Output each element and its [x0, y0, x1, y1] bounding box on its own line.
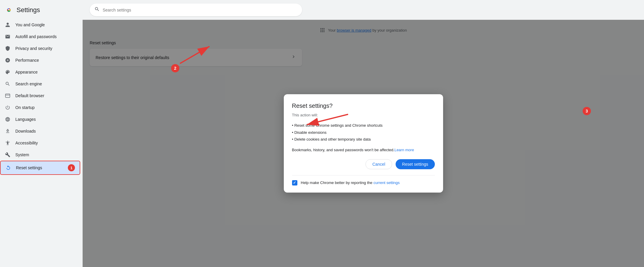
cancel-button[interactable]: Cancel — [366, 159, 392, 169]
sidebar-item-label: Accessibility — [15, 141, 38, 145]
svg-line-6 — [180, 46, 209, 64]
main-content: Your browser is managed by your organiza… — [83, 0, 644, 267]
person-icon — [5, 22, 11, 28]
sidebar-item-you-and-google[interactable]: You and Google — [0, 19, 80, 31]
report-checkbox-container: ✓ Help make Chrome better by reporting t… — [292, 180, 400, 185]
sidebar-item-label: On startup — [15, 105, 35, 110]
sidebar-item-label: Privacy and security — [15, 46, 52, 51]
sidebar-header: Settings — [0, 2, 83, 19]
sidebar-item-appearance[interactable]: Appearance — [0, 66, 80, 78]
sidebar-item-performance[interactable]: Performance — [0, 54, 80, 66]
sidebar-item-languages[interactable]: Languages — [0, 113, 80, 125]
dialog-bullet-1: • Reset some Chrome settings and Chrome … — [292, 122, 435, 129]
dialog-bullet-3: • Delete cookies and other temporary sit… — [292, 136, 435, 143]
sidebar-item-downloads[interactable]: Downloads — [0, 125, 80, 137]
dialog-bullet-2: • Disable extensions — [292, 129, 435, 136]
dialog-bullets: • Reset some Chrome settings and Chrome … — [292, 122, 435, 143]
report-checkbox[interactable]: ✓ — [292, 180, 297, 185]
content-area: Your browser is managed by your organiza… — [83, 20, 644, 267]
search-icon — [5, 81, 11, 87]
accessibility-icon — [5, 140, 11, 146]
sidebar-item-label: Autofill and passwords — [15, 34, 57, 39]
sidebar-item-label: Appearance — [15, 70, 38, 74]
sidebar-item-search-engine[interactable]: Search engine — [0, 78, 80, 90]
sidebar-item-label: You and Google — [15, 22, 45, 27]
sidebar-item-label: Downloads — [15, 129, 36, 134]
dialog-actions: Cancel Reset settings — [292, 159, 435, 169]
sidebar-item-label: Search engine — [15, 82, 42, 86]
dialog-subtitle: This action will: — [292, 113, 435, 117]
sidebar: Settings You and Google Autofill and pas… — [0, 0, 83, 267]
sidebar-item-default-browser[interactable]: Default browser — [0, 90, 80, 102]
search-bar — [90, 4, 302, 16]
search-bar-icon — [94, 6, 100, 13]
app-title: Settings — [17, 6, 40, 14]
sidebar-item-label: Performance — [15, 58, 39, 63]
sidebar-item-label: Default browser — [15, 93, 44, 98]
reset-settings-button[interactable]: Reset settings — [396, 159, 435, 169]
reset-icon — [5, 165, 11, 171]
sidebar-item-privacy[interactable]: Privacy and security — [0, 43, 80, 54]
sidebar-item-label: Reset settings — [16, 165, 42, 170]
step-badge-3: 3 — [583, 107, 591, 115]
reset-settings-dialog: Reset settings? This action will: • Rese… — [284, 94, 443, 192]
checkbox-checkmark: ✓ — [293, 180, 296, 185]
modal-overlay: 2 3 — [83, 20, 644, 267]
search-input[interactable] — [103, 8, 297, 12]
chrome-logo-icon — [5, 6, 13, 14]
sidebar-item-label: Languages — [15, 117, 36, 122]
svg-rect-2 — [6, 94, 10, 97]
dialog-footer: ✓ Help make Chrome better by reporting t… — [292, 175, 435, 185]
wrench-icon — [5, 152, 11, 158]
sidebar-item-label: System — [15, 152, 29, 157]
sidebar-item-reset-settings[interactable]: Reset settings 1 — [0, 161, 80, 175]
download-icon — [5, 128, 11, 134]
shield-icon — [5, 45, 11, 51]
browser-icon — [5, 93, 11, 99]
dialog-title: Reset settings? — [292, 102, 435, 109]
sidebar-item-system[interactable]: System — [0, 149, 80, 161]
current-settings-link[interactable]: current settings — [373, 180, 400, 185]
dialog-note: Bookmarks, history, and saved passwords … — [292, 148, 435, 152]
globe-icon — [5, 116, 11, 122]
autofill-icon — [5, 34, 11, 40]
step-badge-2: 2 — [171, 64, 179, 72]
sidebar-item-accessibility[interactable]: Accessibility — [0, 137, 80, 149]
sidebar-item-autofill[interactable]: Autofill and passwords — [0, 31, 80, 43]
power-icon — [5, 105, 11, 110]
sidebar-item-on-startup[interactable]: On startup — [0, 102, 80, 113]
palette-icon — [5, 69, 11, 75]
checkbox-label: Help make Chrome better by reporting the… — [301, 180, 400, 185]
gauge-icon — [5, 57, 11, 63]
learn-more-link[interactable]: Learn more — [394, 148, 414, 152]
search-bar-container — [83, 0, 644, 20]
step-badge-1: 1 — [68, 164, 75, 171]
